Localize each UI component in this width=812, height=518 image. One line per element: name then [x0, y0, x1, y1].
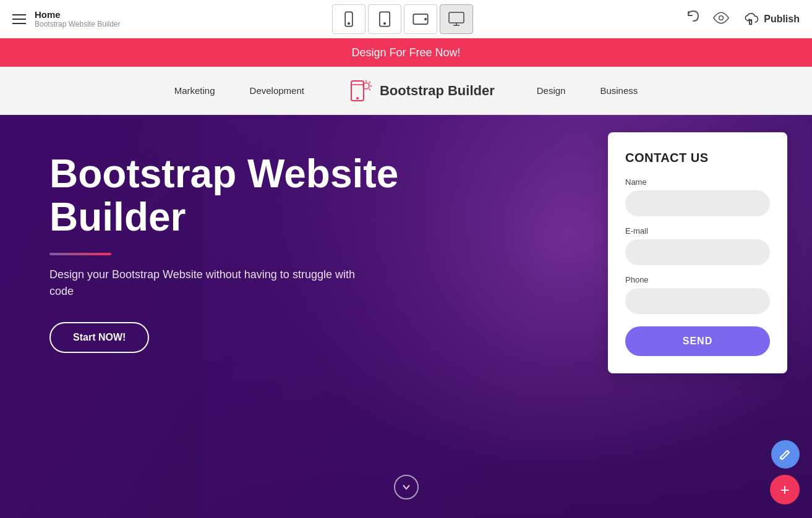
brand-logo-icon	[346, 77, 374, 104]
svg-line-18	[787, 451, 789, 452]
nav-marketing[interactable]: Marketing	[157, 85, 233, 96]
tablet-landscape-icon	[412, 11, 429, 28]
contact-email-label: E-mail	[625, 226, 770, 236]
desktop-device-btn[interactable]	[440, 4, 473, 34]
desktop-icon	[448, 11, 465, 28]
tablet-landscape-btn[interactable]	[404, 4, 437, 34]
svg-point-12	[356, 97, 359, 100]
navbar-brand: Bootstrap Builder	[346, 77, 495, 104]
hero-subtitle: Design your Bootstrap Website without ha…	[49, 266, 359, 300]
hero-divider	[49, 253, 111, 255]
mobile-device-btn[interactable]	[332, 4, 365, 34]
edit-icon	[779, 448, 792, 461]
app-subtitle: Bootstrap Website Builder	[35, 20, 121, 28]
promo-bar[interactable]: Design For Free Now!	[0, 38, 812, 67]
svg-point-1	[348, 22, 349, 23]
publish-label: Publish	[764, 14, 800, 25]
fab-add-button[interactable]: +	[770, 475, 800, 504]
menu-icon[interactable]	[12, 14, 26, 24]
contact-send-button[interactable]: SEND	[625, 326, 770, 356]
undo-button[interactable]	[685, 9, 702, 30]
tablet-icon	[376, 11, 393, 28]
svg-rect-6	[449, 12, 464, 23]
eye-icon	[713, 10, 729, 26]
tablet-device-btn[interactable]	[368, 4, 401, 34]
hero-title: Bootstrap Website Builder	[49, 152, 470, 239]
preview-button[interactable]	[713, 10, 729, 28]
hero-section: Bootstrap Website Builder Design your Bo…	[0, 115, 812, 518]
svg-point-5	[425, 18, 426, 19]
hero-content: Bootstrap Website Builder Design your Bo…	[49, 152, 470, 353]
contact-name-input[interactable]	[625, 190, 770, 216]
plus-icon: +	[780, 480, 789, 499]
svg-point-9	[719, 16, 724, 20]
mobile-icon	[340, 11, 357, 28]
brand-name: Bootstrap Builder	[380, 83, 495, 99]
contact-email-input[interactable]	[625, 239, 770, 265]
publish-button[interactable]: Publish	[740, 12, 800, 27]
scroll-down-button[interactable]	[394, 475, 419, 499]
contact-card: CONTACT US Name E-mail Phone SEND	[608, 132, 787, 373]
contact-name-label: Name	[625, 177, 770, 187]
nav-design[interactable]: Design	[519, 85, 583, 96]
site-navbar: Marketing Development Bootstrap Builder …	[0, 67, 812, 115]
home-label: Home	[35, 9, 121, 20]
svg-point-3	[384, 22, 385, 23]
topbar: Home Bootstrap Website Builder	[0, 0, 812, 38]
promo-text: Design For Free Now!	[351, 46, 460, 59]
nav-business[interactable]: Business	[583, 85, 655, 96]
svg-line-17	[369, 89, 370, 90]
publish-cloud-icon	[740, 12, 759, 27]
topbar-right: Publish	[685, 9, 800, 30]
undo-icon	[685, 9, 702, 26]
contact-phone-label: Phone	[625, 275, 770, 284]
topbar-title: Home Bootstrap Website Builder	[35, 9, 121, 28]
fab-edit-button[interactable]	[771, 440, 800, 469]
topbar-left: Home Bootstrap Website Builder	[12, 9, 121, 28]
nav-development[interactable]: Development	[233, 85, 322, 96]
device-switcher	[332, 4, 473, 34]
contact-title: CONTACT US	[625, 151, 770, 165]
hero-cta-button[interactable]: Start NOW!	[49, 322, 149, 353]
svg-line-15	[369, 82, 370, 83]
arrow-down-icon	[401, 482, 411, 492]
contact-phone-input[interactable]	[625, 288, 770, 314]
